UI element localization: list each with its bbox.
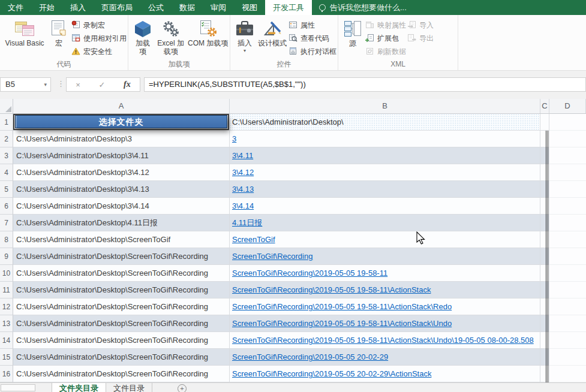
cell-a[interactable]: C:\Users\Administrator\Desktop\4.11日报 [13,215,230,231]
row-header[interactable]: 8 [0,231,13,248]
cell-d[interactable] [549,298,586,315]
cell-d[interactable] [549,332,586,349]
hyperlink-cell[interactable]: ScreenToGif\Recording\2019-05-05 19-58-1… [232,319,452,328]
cancel-icon[interactable]: × [76,80,80,89]
tell-me-box[interactable]: 告诉我您想要做什么... [319,0,407,15]
cell-d[interactable] [549,164,586,181]
cell-c[interactable] [540,231,549,248]
hyperlink-cell[interactable]: ScreenToGif\Recording [232,252,312,261]
properties-button[interactable]: 属性 [289,20,336,31]
row-header[interactable]: 12 [0,298,13,315]
use-relative-references-button[interactable]: 使用相对引用 [71,34,127,44]
ribbon-tab-3[interactable]: 页面布局 [94,0,140,15]
row-header[interactable]: 13 [0,315,13,332]
ribbon-tab-6[interactable]: 审阅 [203,0,234,15]
cell-c[interactable] [540,198,549,215]
cell-d[interactable] [549,215,586,231]
ribbon-tab-8[interactable]: 开发工具 [265,0,312,15]
cell-b[interactable]: ScreenToGif\Recording\2019-05-05 19-58-1… [230,298,540,315]
cell-d[interactable] [549,147,586,164]
cell-a[interactable]: C:\Users\Administrator\Desktop\ScreenToG… [13,265,230,282]
run-dialog-button[interactable]: 执行对话框 [289,47,336,57]
cell-d[interactable] [549,131,586,147]
cell-a[interactable]: 选择文件夹 [13,114,230,131]
excel-addins-button[interactable]: Excel 加载项 [155,17,186,57]
cell-b[interactable]: 4.11日报 [230,215,540,231]
cell-b[interactable]: 3\4.12 [230,164,540,181]
formula-input[interactable]: =HYPERLINK(A5,SUBSTITUTE(A5,$B$1,"")) [144,77,586,92]
row-header[interactable]: 9 [0,248,13,265]
export-button[interactable]: 导出 [407,34,434,44]
row-header[interactable]: 15 [0,349,13,366]
insert-controls-button[interactable]: 插入▾ [233,17,256,55]
ribbon-tab-0[interactable]: 文件 [0,0,31,15]
row-header[interactable]: 4 [0,164,13,181]
cell-a[interactable]: C:\Users\Administrator\Desktop\3\4.14 [13,198,230,215]
cell-c[interactable] [540,298,549,315]
map-properties-button[interactable]: 映射属性 [365,20,406,31]
column-header-A[interactable]: A [13,99,230,113]
design-mode-button[interactable]: 设计模式 [257,17,287,49]
row-header[interactable]: 16 [0,366,13,382]
cell-b[interactable]: 3\4.14 [230,198,540,215]
hyperlink-cell[interactable]: 3\4.12 [232,168,254,177]
row-header[interactable]: 2 [0,131,13,147]
cell-c[interactable] [540,332,549,349]
cell-d[interactable] [549,349,586,366]
cell-a[interactable]: C:\Users\Administrator\Desktop\ScreenToG… [13,315,230,332]
row-header[interactable]: 1 [0,114,13,131]
cell-a[interactable]: C:\Users\Administrator\Desktop\ScreenToG… [13,298,230,315]
cell-c[interactable] [540,114,549,131]
row-header[interactable]: 10 [0,265,13,282]
import-button[interactable]: 导入 [407,20,434,31]
hyperlink-cell[interactable]: 4.11日报 [232,218,262,227]
cell-b[interactable]: ScreenToGif [230,231,540,248]
column-header-C[interactable]: C [540,99,549,113]
add-sheet-button[interactable]: + [178,384,187,392]
cell-d[interactable] [549,248,586,265]
select-all-corner[interactable] [0,99,13,113]
cell-a[interactable]: C:\Users\Administrator\Desktop\3 [13,131,230,147]
cell-d[interactable] [549,231,586,248]
hyperlink-cell[interactable]: ScreenToGif\Recording\2019-05-05 19-58-1… [232,302,452,311]
cell-a[interactable]: C:\Users\Administrator\Desktop\ScreenToG… [13,282,230,298]
hyperlink-cell[interactable]: ScreenToGif [232,235,275,244]
select-folder-button[interactable]: 选择文件夹 [15,115,227,128]
cell-a[interactable]: C:\Users\Administrator\Desktop\3\4.11 [13,147,230,164]
cell-a[interactable]: C:\Users\Administrator\Desktop\3\4.13 [13,181,230,198]
sheet-tab-1[interactable]: 文件目录 [106,383,152,392]
cell-a[interactable]: C:\Users\Administrator\Desktop\ScreenToG… [13,231,230,248]
cell-d[interactable] [549,114,586,131]
macros-button[interactable]: 宏 [47,17,70,49]
ribbon-tab-5[interactable]: 数据 [172,0,203,15]
addins-button[interactable]: 加载项 [131,17,154,57]
cell-b[interactable]: C:\Users\Administrator\Desktop\ [230,114,540,131]
cell-b[interactable]: ScreenToGif\Recording\2019-05-05 19-58-1… [230,265,540,282]
hyperlink-cell[interactable]: 3\4.11 [232,151,253,160]
cell-c[interactable] [540,164,549,181]
cell-b[interactable]: ScreenToGif\Recording\2019-05-05 19-58-1… [230,332,540,349]
cell-a[interactable]: C:\Users\Administrator\Desktop\3\4.12 [13,164,230,181]
row-header[interactable]: 7 [0,215,13,231]
cell-b[interactable]: 3\4.11 [230,147,540,164]
cell-a[interactable]: C:\Users\Administrator\Desktop\ScreenToG… [13,366,230,382]
row-header[interactable]: 3 [0,147,13,164]
hyperlink-cell[interactable]: 3\4.14 [232,201,254,210]
refresh-data-button[interactable]: 刷新数据 [365,47,406,57]
cell-c[interactable] [540,265,549,282]
tab-scroll-area[interactable] [1,384,35,391]
macro-security-button[interactable]: 宏安全性 [71,47,127,57]
cell-c[interactable] [540,366,549,382]
cell-c[interactable] [540,181,549,198]
ribbon-tab-2[interactable]: 插入 [62,0,94,15]
column-header-B[interactable]: B [230,99,540,113]
hyperlink-cell[interactable]: ScreenToGif\Recording\2019-05-05 19-58-1… [232,269,387,278]
ribbon-tab-4[interactable]: 公式 [140,0,172,15]
cell-b[interactable]: ScreenToGif\Recording\2019-05-05 19-58-1… [230,315,540,332]
cell-d[interactable] [549,315,586,332]
column-header-D[interactable]: D [549,99,586,113]
expansion-packs-button[interactable]: 扩展包 [365,34,406,44]
hyperlink-cell[interactable]: 3\4.13 [232,185,254,194]
cell-b[interactable]: ScreenToGif\Recording\2019-05-05 20-02-2… [230,349,540,366]
enter-icon[interactable]: ✓ [99,80,106,89]
